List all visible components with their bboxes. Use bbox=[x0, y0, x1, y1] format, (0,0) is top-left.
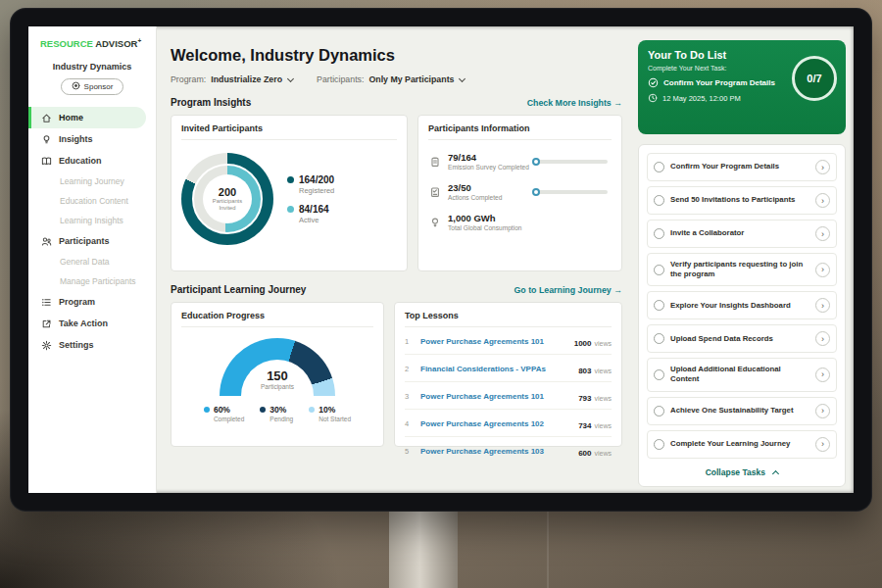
lesson-link[interactable]: Power Purchase Agreements 103 bbox=[420, 447, 570, 456]
survey-label: Emission Survey Completed bbox=[448, 164, 530, 171]
task-checkbox[interactable] bbox=[654, 333, 664, 344]
dashboard-screen: RESOURCE ADVISOR+ Industry Dynamics Spon… bbox=[28, 26, 854, 493]
card-title: Top Lessons bbox=[405, 311, 612, 327]
todo-task[interactable]: Confirm Your Program Details › bbox=[647, 153, 837, 181]
collapse-tasks-link[interactable]: Collapse Tasks bbox=[647, 464, 837, 478]
program-dropdown-label: Program: bbox=[171, 74, 206, 84]
legend-dot-registered bbox=[287, 176, 294, 183]
task-chevron-icon[interactable]: › bbox=[815, 368, 830, 382]
sidebar-nav: Home Insights Education Learning Journey bbox=[28, 107, 156, 356]
todo-next-task[interactable]: Confirm Your Program Details bbox=[648, 77, 785, 88]
education-progress-card: Education Progress 150 Participants bbox=[171, 302, 384, 447]
todo-task[interactable]: Upload Spend Data Records › bbox=[647, 324, 837, 353]
task-checkbox[interactable] bbox=[654, 369, 664, 380]
todo-task[interactable]: Achieve One Sustainability Target › bbox=[647, 397, 837, 425]
sidebar-item-label: Participants bbox=[59, 236, 110, 246]
lesson-row: 1 Power Purchase Agreements 101 1000view… bbox=[405, 327, 612, 355]
program-dropdown[interactable]: Program: Industrialize Zero bbox=[171, 74, 293, 84]
sidebar-item-label: Program bbox=[59, 297, 95, 307]
education-gauge-chart: 150 Participants 60% Completed bbox=[181, 327, 373, 422]
consumption-row: 1,000 GWh Total Global Consumption bbox=[428, 213, 612, 231]
sponsor-badge[interactable]: Sponsor bbox=[61, 78, 124, 95]
chevron-up-icon bbox=[772, 469, 779, 476]
invited-donut-center: 200 Participants Invited bbox=[203, 174, 252, 223]
sponsor-label: Sponsor bbox=[84, 82, 114, 91]
monitor-bezel: RESOURCE ADVISOR+ Industry Dynamics Spon… bbox=[10, 8, 872, 512]
todo-task[interactable]: Explore Your Insights Dashboard › bbox=[647, 291, 837, 319]
sidebar-item-label: Home bbox=[59, 113, 83, 122]
todo-task[interactable]: Complete Your Learning Journey › bbox=[647, 430, 837, 459]
todo-task[interactable]: Upload Additional Educational Content › bbox=[647, 358, 837, 391]
program-insights-header: Program Insights Check More Insights → bbox=[171, 97, 622, 108]
legend-registered: 164/200 Registered bbox=[287, 174, 334, 195]
sidebar-item-label: Education Content bbox=[60, 196, 128, 206]
settings-gear-icon bbox=[40, 339, 52, 351]
task-checkbox[interactable] bbox=[654, 195, 664, 206]
sidebar-item-insights[interactable]: Insights bbox=[28, 128, 156, 150]
lesson-link[interactable]: Power Purchase Agreements 101 bbox=[420, 392, 570, 401]
insights-cards-row: Invited Participants 200 Participants In… bbox=[171, 115, 622, 271]
sidebar-item-participants[interactable]: Participants bbox=[28, 230, 156, 252]
survey-value: 79/164 bbox=[448, 152, 530, 163]
todo-task[interactable]: Verify participants requesting to join t… bbox=[647, 253, 837, 286]
sidebar-item-settings[interactable]: Settings bbox=[28, 334, 156, 356]
sidebar-item-program[interactable]: Program bbox=[28, 291, 156, 313]
gauge-count: 150 bbox=[241, 368, 314, 383]
task-chevron-icon[interactable]: › bbox=[815, 263, 830, 277]
emission-survey-row: 79/164 Emission Survey Completed bbox=[428, 152, 612, 171]
legend-completed: 60% Completed bbox=[204, 405, 244, 422]
sidebar-item-home[interactable]: Home bbox=[28, 107, 146, 128]
legend-not-started: 10% Not Started bbox=[309, 405, 351, 422]
task-chevron-icon[interactable]: › bbox=[815, 193, 830, 208]
task-checkbox[interactable] bbox=[654, 406, 664, 416]
legend-dot-completed bbox=[204, 407, 210, 413]
todo-task[interactable]: Invite a Collaborator › bbox=[647, 220, 837, 248]
lesson-link[interactable]: Financial Considerations - VPPAs bbox=[420, 365, 570, 373]
invited-donut-outer: 200 Participants Invited bbox=[181, 153, 273, 245]
brand-logo-plus: + bbox=[137, 37, 141, 44]
filter-bar: Program: Industrialize Zero Participants… bbox=[171, 74, 622, 84]
task-chevron-icon[interactable]: › bbox=[815, 404, 830, 418]
task-chevron-icon[interactable]: › bbox=[815, 331, 830, 346]
sidebar-item-label: Education bbox=[59, 156, 102, 166]
todo-progress-ring: 0/7 bbox=[792, 56, 837, 101]
task-chevron-icon[interactable]: › bbox=[815, 298, 830, 313]
task-checkbox[interactable] bbox=[654, 439, 664, 450]
lesson-row: 5 Power Purchase Agreements 103 600views bbox=[405, 437, 612, 464]
sidebar-item-education[interactable]: Education bbox=[28, 150, 156, 172]
sidebar-item-learning-journey[interactable]: Learning Journey bbox=[28, 172, 156, 191]
actions-value: 23/50 bbox=[448, 182, 530, 193]
task-checkbox[interactable] bbox=[654, 300, 664, 311]
sidebar-item-education-content[interactable]: Education Content bbox=[28, 191, 156, 211]
brand-logo-resource: RESOURCE bbox=[40, 38, 93, 49]
sidebar-item-manage-participants[interactable]: Manage Participants bbox=[28, 271, 156, 291]
check-more-insights-link[interactable]: Check More Insights → bbox=[527, 98, 622, 108]
task-chevron-icon[interactable]: › bbox=[815, 437, 830, 452]
participants-dropdown[interactable]: Participants: Only My Participants bbox=[317, 74, 465, 84]
main-content: Welcome, Industry Dynamics Program: Indu… bbox=[157, 26, 634, 493]
sidebar-item-learning-insights[interactable]: Learning Insights bbox=[28, 211, 156, 230]
section-title: Participant Learning Journey bbox=[171, 284, 306, 295]
task-checkbox[interactable] bbox=[654, 162, 664, 172]
invited-participants-card: Invited Participants 200 Participants In… bbox=[171, 115, 408, 271]
sidebar-item-general-data[interactable]: General Data bbox=[28, 252, 156, 271]
todo-task[interactable]: Send 50 Invitations to Participants › bbox=[647, 186, 837, 215]
legend-dot-active bbox=[287, 206, 294, 213]
go-to-learning-journey-link[interactable]: Go to Learning Journey → bbox=[514, 285, 622, 295]
program-dropdown-value: Industrialize Zero bbox=[211, 74, 282, 84]
invited-donut-inner: 200 Participants Invited bbox=[192, 164, 263, 234]
clock-icon bbox=[648, 93, 658, 103]
task-chevron-icon[interactable]: › bbox=[815, 160, 830, 174]
insights-icon bbox=[40, 133, 52, 145]
learning-journey-header: Participant Learning Journey Go to Learn… bbox=[171, 284, 622, 295]
chevron-down-icon bbox=[459, 74, 466, 81]
lesson-link[interactable]: Power Purchase Agreements 101 bbox=[420, 337, 566, 346]
lesson-link[interactable]: Power Purchase Agreements 102 bbox=[420, 419, 570, 428]
task-chevron-icon[interactable]: › bbox=[815, 226, 830, 241]
task-checkbox[interactable] bbox=[654, 228, 664, 239]
legend-active: 84/164 Active bbox=[287, 204, 334, 224]
sidebar-item-label: Learning Insights bbox=[60, 216, 123, 225]
sidebar-item-take-action[interactable]: Take Action bbox=[28, 313, 156, 334]
task-checkbox[interactable] bbox=[654, 265, 664, 275]
consumption-value: 1,000 GWh bbox=[448, 213, 522, 223]
